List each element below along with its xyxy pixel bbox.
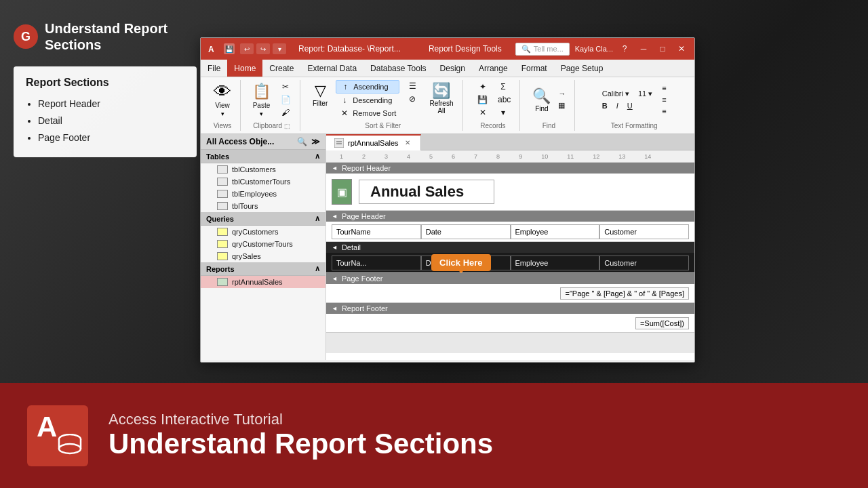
menu-external-data[interactable]: External Data <box>300 60 363 77</box>
sum-cost-formula[interactable]: =Sum([Cost]) <box>635 317 689 329</box>
spelling-button[interactable]: abc <box>494 94 512 106</box>
nav-item-tblTours[interactable]: tblTours <box>201 200 326 212</box>
descending-button[interactable]: ↓ Descending <box>336 94 399 106</box>
report-tab-item[interactable]: rptAnnualSales ✕ <box>326 134 421 150</box>
save-record-button[interactable]: 💾 <box>474 94 492 106</box>
menu-format[interactable]: Format <box>515 60 554 77</box>
new-record-button[interactable]: ✦ <box>474 81 492 93</box>
ascending-button[interactable]: ↑ Report Header Ascending <box>336 80 399 94</box>
nav-section-reports[interactable]: Reports ∧ <box>201 262 326 276</box>
section-arrow-page-header: ◄ <box>332 213 338 220</box>
menu-home[interactable]: Home <box>227 60 262 77</box>
svg-text:A: A <box>208 45 214 54</box>
toggle-icon: ⊘ <box>407 94 418 104</box>
ruler: 1 2 3 4 5 6 7 8 9 10 11 12 13 14 <box>326 150 694 163</box>
report-tab-close[interactable]: ✕ <box>403 138 412 148</box>
query-icon <box>217 228 228 236</box>
view-button[interactable]: 👁 View ▾ <box>210 81 235 119</box>
nav-item-tblEmployees[interactable]: tblEmployees <box>201 188 326 200</box>
cut-button[interactable]: ✂ <box>277 81 294 93</box>
column-tourname[interactable]: TourName <box>332 224 421 239</box>
goto-button[interactable]: → <box>555 88 569 99</box>
menu-create[interactable]: Create <box>262 60 300 77</box>
report-header-bar: ◄ Report Header <box>326 163 694 174</box>
toggle-filter-button[interactable]: ⊘ <box>403 93 421 105</box>
menu-page-setup[interactable]: Page Setup <box>554 60 610 77</box>
totals-button[interactable]: Σ <box>494 81 512 93</box>
cut-icon: ✂ <box>280 82 291 92</box>
logo-icon: ▣ <box>337 186 347 199</box>
paste-button[interactable]: 📋 Paste ▾ <box>249 81 274 119</box>
font-size-select[interactable]: 11 ▾ <box>635 88 656 100</box>
redo-button[interactable]: ↪ <box>256 43 270 54</box>
detail-customer[interactable]: Customer <box>599 256 689 270</box>
section-arrow-icon: ◄ <box>332 165 338 171</box>
find-icon: 🔍 <box>532 87 551 105</box>
more-button[interactable]: ▾ <box>494 106 512 119</box>
nav-item-qrySales[interactable]: qrySales <box>201 250 326 262</box>
maximize-button[interactable]: □ <box>655 41 670 56</box>
select-button[interactable]: ▦ <box>555 100 569 111</box>
close-button[interactable]: ✕ <box>674 41 689 56</box>
format-painter-button[interactable]: 🖌 <box>277 106 294 119</box>
nav-item-tblCustomerTours[interactable]: tblCustomerTours <box>201 176 326 188</box>
svg-rect-2 <box>334 138 344 148</box>
nav-item-tblCustomers[interactable]: tblCustomers <box>201 163 326 176</box>
align-left-button[interactable]: ≡ <box>658 83 669 94</box>
refresh-button[interactable]: 🔄 Refresh All <box>425 80 457 117</box>
bold-button[interactable]: B <box>599 100 611 111</box>
help-button[interactable]: ? <box>617 41 632 56</box>
font-select[interactable]: Calibri ▾ <box>599 88 633 100</box>
dropdown-arrow[interactable]: ▾ <box>273 43 286 54</box>
undo-button[interactable]: ↩ <box>240 43 254 54</box>
table-icon <box>217 178 228 186</box>
table-icon <box>217 190 228 198</box>
content-area: All Access Obje... 🔍 ≫ Tables ∧ tblCusto… <box>201 134 694 360</box>
menu-database-tools[interactable]: Database Tools <box>363 60 433 77</box>
nav-item-rptAnnualSales[interactable]: rptAnnualSales <box>201 276 326 288</box>
report-footer-content: =Sum([Cost]) <box>326 314 694 333</box>
nav-toggle-icon[interactable]: ≫ <box>311 137 320 146</box>
align-center-button[interactable]: ≡ <box>658 94 669 105</box>
detail-employee[interactable]: Employee <box>511 256 600 270</box>
list-item-report-header: Report Header <box>38 96 184 113</box>
tell-me-input[interactable]: 🔍 Tell me... <box>515 43 570 56</box>
italic-button[interactable]: I <box>613 100 622 111</box>
detail-tourname[interactable]: TourNa... <box>332 256 421 270</box>
menu-file[interactable]: File <box>201 60 227 77</box>
minimize-button[interactable]: ─ <box>636 41 651 56</box>
nav-section-expand-icon: ∧ <box>315 152 320 161</box>
nav-section-queries[interactable]: Queries ∧ <box>201 212 326 226</box>
report-sections-box: Report Sections Report Header Detail Pag… <box>14 66 197 157</box>
menu-design[interactable]: Design <box>433 60 472 77</box>
banner-subtitle: Access Interactive Tutorial <box>108 411 493 428</box>
column-employee[interactable]: Employee <box>511 224 600 239</box>
find-group-label: Find <box>542 122 555 131</box>
menu-arrange[interactable]: Arrange <box>472 60 515 77</box>
filter-button[interactable]: ▽ Filter <box>309 80 332 109</box>
nav-item-qryCustomerTours[interactable]: qryCustomerTours <box>201 238 326 250</box>
nav-search-icon[interactable]: 🔍 <box>297 137 307 146</box>
report-designer: 1 2 3 4 5 6 7 8 9 10 11 12 13 14 <box>326 150 694 360</box>
align-right-button[interactable]: ≡ <box>658 106 669 117</box>
page-number-formula[interactable]: ="Page " & [Page] & " of " & [Pages] <box>560 287 689 300</box>
nav-item-qryCustomers[interactable]: qryCustomers <box>201 226 326 238</box>
menu-bar: File Home Create External Data Database … <box>201 60 694 77</box>
save-icon[interactable]: 💾 <box>224 43 235 54</box>
report-title[interactable]: Annual Sales <box>359 180 494 204</box>
column-date[interactable]: Date <box>421 224 511 239</box>
remove-sort-button[interactable]: ✕ Remove Sort <box>336 107 399 119</box>
nav-section-tables[interactable]: Tables ∧ <box>201 150 326 163</box>
underline-button[interactable]: U <box>624 100 636 111</box>
click-here-tooltip[interactable]: Click Here <box>431 254 491 271</box>
copy-button[interactable]: 📄 <box>277 94 294 106</box>
report-tab-icon <box>334 138 344 148</box>
find-button[interactable]: 🔍 Find <box>528 85 555 115</box>
report-tab-bar: rptAnnualSales ✕ <box>326 134 694 150</box>
delete-record-button[interactable]: ✕ <box>474 106 492 119</box>
nav-header: All Access Obje... 🔍 ≫ <box>201 134 326 150</box>
advanced-filter-button[interactable]: ☰ <box>403 80 421 92</box>
column-customer[interactable]: Customer <box>599 224 689 239</box>
list-item-page-footer: Page Footer <box>38 129 184 146</box>
access-logo: A <box>27 405 88 466</box>
